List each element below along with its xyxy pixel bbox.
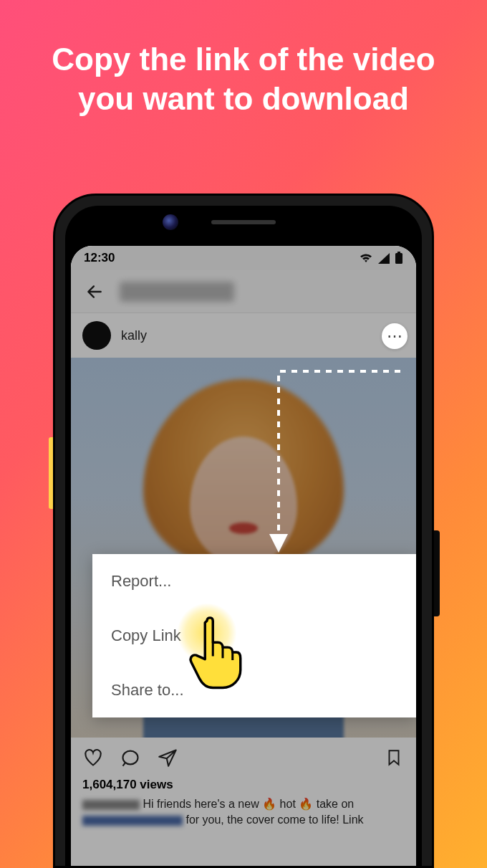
svg-rect-0	[395, 253, 402, 264]
back-button[interactable]	[82, 280, 107, 304]
post-header: kally	[71, 313, 416, 358]
avatar[interactable]	[82, 321, 111, 350]
post-action-row	[71, 738, 416, 778]
post-caption: Hi friends here's a new 🔥 hot 🔥 take on …	[71, 796, 416, 843]
fire-emoji: 🔥	[262, 798, 276, 810]
post-views: 1,604,170 views	[71, 778, 416, 796]
more-options-button[interactable]	[382, 323, 408, 349]
promo-background: Copy the link of the video you want to d…	[0, 0, 487, 868]
phone-side-button-right	[434, 530, 440, 616]
status-time: 12:30	[84, 251, 115, 265]
wifi-icon	[359, 252, 373, 264]
svg-rect-1	[397, 252, 400, 253]
phone-speaker	[211, 220, 276, 224]
menu-copy-link[interactable]: Copy Link	[92, 609, 416, 663]
app-title-blurred	[120, 282, 234, 302]
phone-screen: 12:30	[71, 246, 416, 866]
caption-hashtag-blurred	[82, 816, 183, 826]
phone-frame: 12:30	[53, 194, 434, 868]
like-icon[interactable]	[81, 745, 105, 770]
phone-bezel: 12:30	[65, 206, 422, 866]
menu-report[interactable]: Report...	[92, 554, 416, 609]
menu-share-to[interactable]: Share to...	[92, 663, 416, 717]
signal-icon	[377, 252, 390, 264]
post-username[interactable]: kally	[121, 328, 147, 343]
app-header	[71, 270, 416, 313]
battery-icon	[395, 252, 403, 264]
status-bar: 12:30	[71, 246, 416, 270]
options-menu: Report... Copy Link Share to...	[92, 554, 416, 717]
comment-icon[interactable]	[118, 745, 143, 770]
bookmark-icon[interactable]	[382, 745, 406, 770]
phone-camera	[163, 214, 178, 230]
caption-username-blurred	[82, 800, 140, 810]
share-icon[interactable]	[155, 745, 180, 770]
fire-emoji: 🔥	[299, 798, 313, 810]
promo-headline: Copy the link of the video you want to d…	[0, 39, 487, 118]
